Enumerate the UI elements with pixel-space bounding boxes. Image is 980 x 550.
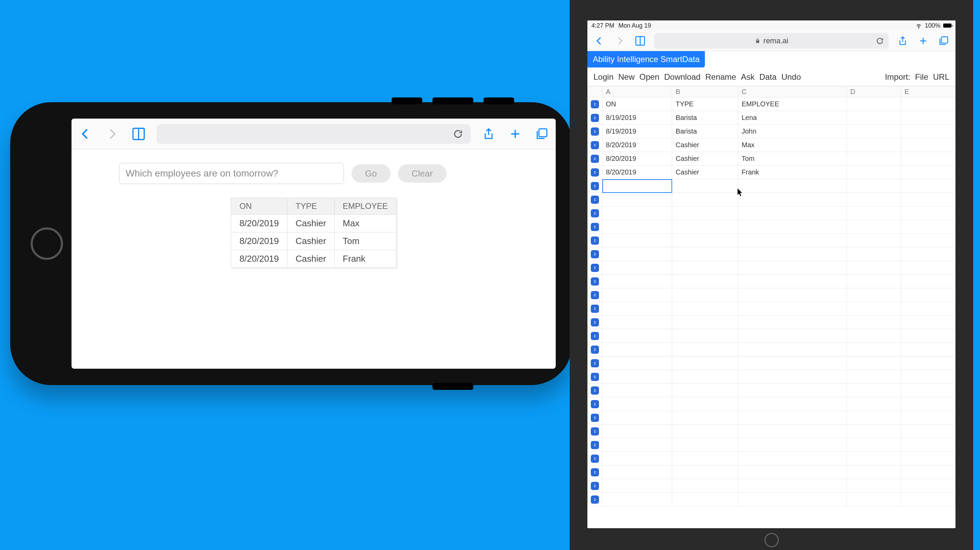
menu-item[interactable]: File [915,72,928,82]
sheet-cell[interactable] [672,356,738,370]
sheet-cell[interactable] [901,261,956,275]
tabs-icon[interactable] [937,34,950,47]
row-handle-icon[interactable] [588,179,602,193]
row-handle-icon[interactable] [588,220,602,234]
sheet-cell[interactable] [846,329,900,343]
sheet-cell[interactable] [672,220,738,234]
sheet-cell[interactable] [672,479,738,493]
sheet-cell[interactable] [738,438,847,452]
sheet-cell[interactable] [602,329,672,343]
sheet-row[interactable]: 8/20/2019CashierFrank [588,166,956,179]
ipad-home-button[interactable] [764,533,779,547]
sheet-cell[interactable] [672,207,738,220]
sheet-row[interactable] [588,275,956,288]
sheet-cell[interactable] [602,452,672,466]
menu-item[interactable]: New [618,72,635,82]
sheet-cell[interactable] [738,384,847,397]
sheet-row[interactable] [588,179,956,193]
new-tab-icon[interactable] [917,34,930,47]
sheet-cell[interactable] [738,425,847,438]
sheet-row[interactable] [588,452,956,466]
sheet-cell[interactable] [901,329,956,343]
sheet-cell[interactable] [901,493,956,506]
sheet-cell[interactable] [846,234,900,247]
sheet-cell[interactable] [846,411,900,425]
sheet-cell[interactable] [672,247,738,261]
sheet-cell[interactable] [602,193,672,207]
sheet-cell[interactable]: Lena [738,111,847,125]
sheet-cell[interactable] [602,425,672,438]
sheet-cell[interactable] [901,466,956,479]
sheet-cell[interactable] [846,466,900,479]
row-handle-icon[interactable] [588,356,602,370]
sheet-cell[interactable] [846,397,900,411]
sheet-cell[interactable] [602,261,672,275]
sheet-cell[interactable] [602,302,672,316]
sheet-cell[interactable] [738,220,847,234]
row-handle-icon[interactable] [588,411,602,425]
row-handle-icon[interactable] [588,329,602,343]
menu-item[interactable]: Open [640,72,660,82]
row-handle-icon[interactable] [588,288,602,302]
sheet-cell[interactable] [738,493,847,506]
sheet-cell[interactable] [602,479,672,493]
spreadsheet[interactable]: A B C D E ONTYPEEMPLOYEE8/19/2019Barista… [587,86,956,506]
sheet-cell[interactable] [602,316,672,329]
sheet-row[interactable] [588,370,956,384]
sheet-cell[interactable] [738,275,847,288]
sheet-cell[interactable] [602,275,672,288]
sheet-cell[interactable] [672,425,738,438]
row-handle-icon[interactable] [588,138,602,152]
address-bar[interactable] [157,124,471,144]
sheet-cell[interactable] [846,152,900,166]
sheet-row[interactable] [588,234,956,247]
sheet-cell[interactable]: Barista [672,125,738,138]
sheet-cell[interactable] [672,438,738,452]
new-tab-icon[interactable] [507,125,524,142]
sheet-cell[interactable] [901,384,956,397]
sheet-cell[interactable] [672,261,738,275]
sheet-cell[interactable] [602,343,672,356]
sheet-cell[interactable] [846,316,900,329]
iphone-home-button[interactable] [31,228,63,260]
sheet-cell[interactable] [846,493,900,506]
sheet-cell[interactable] [901,275,956,288]
sheet-cell[interactable]: 8/20/2019 [602,166,672,179]
row-handle-icon[interactable] [588,152,602,166]
menu-item[interactable]: Login [593,72,614,82]
reload-icon[interactable] [876,37,884,45]
go-button[interactable]: Go [352,164,391,183]
reload-icon[interactable] [453,129,463,139]
sheet-row[interactable] [588,411,956,425]
sheet-cell[interactable] [901,452,956,466]
sheet-row[interactable] [588,356,956,370]
sheet-row[interactable] [588,397,956,411]
row-handle-icon[interactable] [588,343,602,356]
sheet-row[interactable] [588,466,956,479]
sheet-cell[interactable] [901,397,956,411]
address-bar[interactable]: rema.ai [654,33,889,49]
sheet-cell[interactable] [846,138,900,152]
sheet-cell[interactable] [738,207,847,220]
sheet-cell[interactable] [738,329,847,343]
menu-item[interactable]: Ask [741,72,754,82]
sheet-row[interactable] [588,220,956,234]
share-icon[interactable] [480,125,497,142]
sheet-cell[interactable] [901,97,956,111]
sheet-cell[interactable] [602,384,672,397]
row-handle-icon[interactable] [588,275,602,288]
sheet-cell[interactable] [738,179,847,193]
sheet-cell[interactable] [672,316,738,329]
sheet-cell[interactable] [738,234,847,247]
sheet-cell[interactable] [901,179,956,193]
sheet-cell[interactable] [901,425,956,438]
sheet-cell[interactable]: Frank [738,166,847,179]
sheet-row[interactable] [588,193,956,207]
sheet-cell[interactable]: John [738,125,847,138]
row-handle-icon[interactable] [588,166,602,179]
sheet-cell[interactable] [672,193,738,207]
sheet-cell[interactable] [738,466,847,479]
sheet-cell[interactable] [901,343,956,356]
sheet-cell[interactable] [672,466,738,479]
sheet-cell[interactable] [846,438,900,452]
